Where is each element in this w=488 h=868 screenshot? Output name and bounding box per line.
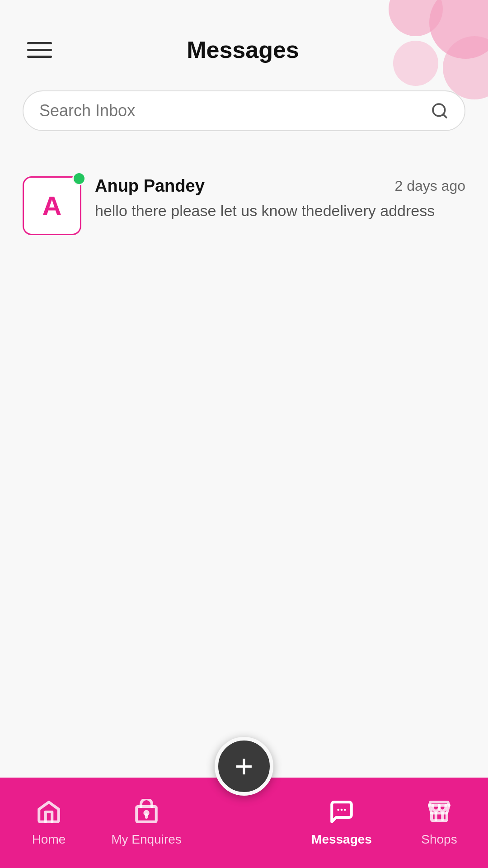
online-indicator	[72, 172, 86, 185]
svg-point-5	[337, 809, 339, 811]
search-bar	[23, 90, 465, 131]
header: Messages	[0, 27, 488, 72]
svg-line-1	[443, 114, 446, 118]
nav-label-messages: Messages	[311, 832, 372, 847]
nav-label-shops: Shops	[421, 832, 457, 847]
nav-item-home[interactable]: Home	[0, 799, 98, 847]
home-icon	[36, 799, 62, 829]
enquires-icon	[133, 799, 160, 829]
message-item[interactable]: A Anup Pandey 2 days ago hello there ple…	[23, 167, 465, 244]
search-input[interactable]	[39, 101, 431, 120]
nav-item-enquires[interactable]: My Enquires	[98, 799, 195, 847]
page-title: Messages	[56, 36, 429, 63]
message-header: Anup Pandey 2 days ago	[95, 176, 465, 196]
message-list: A Anup Pandey 2 days ago hello there ple…	[0, 154, 488, 258]
search-icon	[431, 102, 449, 120]
hamburger-line-1	[27, 42, 52, 44]
hamburger-menu-button[interactable]	[23, 38, 56, 62]
shops-icon	[426, 799, 452, 829]
plus-icon: +	[235, 750, 253, 782]
message-content: Anup Pandey 2 days ago hello there pleas…	[95, 176, 465, 222]
message-preview: hello there please let us know thedelive…	[95, 200, 465, 222]
svg-point-7	[344, 809, 346, 811]
nav-item-messages[interactable]: Messages	[293, 799, 390, 847]
nav-label-enquires: My Enquires	[111, 832, 182, 847]
message-sender: Anup Pandey	[95, 176, 205, 196]
svg-point-6	[341, 809, 343, 811]
search-container	[23, 90, 465, 131]
messages-icon	[328, 799, 355, 829]
avatar-wrapper: A	[23, 176, 81, 235]
nav-item-shops[interactable]: Shops	[390, 799, 488, 847]
hamburger-line-3	[27, 56, 52, 58]
hamburger-line-2	[27, 49, 52, 51]
fab-button[interactable]: +	[215, 737, 273, 796]
nav-label-home: Home	[32, 832, 66, 847]
message-timestamp: 2 days ago	[394, 178, 465, 194]
avatar: A	[23, 176, 81, 235]
fab-wrapper: +	[215, 737, 273, 796]
avatar-letter: A	[42, 190, 61, 222]
